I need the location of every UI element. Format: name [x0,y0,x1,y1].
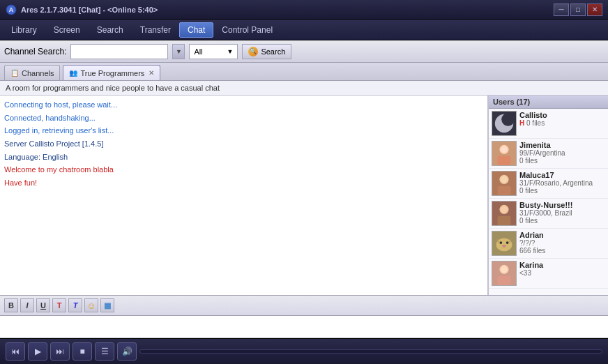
user-detail: 31/F/Rosario, Argentina [519,179,605,187]
avatar [492,111,517,136]
all-dropdown[interactable]: All ▼ [189,44,238,59]
image-button[interactable]: ▦ [100,298,114,312]
menu-transfer[interactable]: Transfer [132,22,179,38]
svg-text:A: A [9,6,14,13]
menu-screen[interactable]: Screen [45,22,89,38]
user-detail: <33 [519,269,605,277]
main-content: Connecting to host, please wait... Conne… [0,96,608,295]
channels-tab-label: Channels [22,69,54,77]
users-header: Users (17) [489,96,608,109]
user-detail: 31/F/3000, Brazil [519,209,605,217]
user-info: Jimenita 99/F/Argentina 0 files [519,141,605,165]
cat-avatar-icon [492,232,516,255]
svg-rect-24 [498,276,511,285]
svg-point-25 [501,266,507,273]
bold-color-button[interactable]: T [68,298,82,312]
menu-library[interactable]: Library [3,22,45,38]
maximize-button[interactable]: □ [570,3,586,16]
channel-search-label: Channel Search: [4,47,66,56]
user-item[interactable]: Callisto H 0 files [489,109,608,139]
user-item[interactable]: Adrian ?/?/? 666 files [489,229,608,259]
users-list[interactable]: Callisto H 0 files Jimenita 99/F/Argen [489,109,608,295]
bottom-bar: ⏮ ▶ ⏭ ■ ☰ 🔊 [0,338,608,363]
user-info: Karina <33 [519,261,605,277]
ares-logo-icon: A [6,4,17,15]
users-count: Users (17) [493,98,530,106]
chat-messages[interactable]: Connecting to host, please wait... Conne… [0,96,487,295]
vol-button[interactable]: 🔊 [117,342,137,361]
close-button[interactable]: ✕ [587,3,602,16]
user-detail: ?/?/? [519,239,605,247]
svg-point-12 [501,176,507,183]
menu-chat[interactable]: Chat [179,22,213,38]
svg-rect-15 [498,216,511,225]
menu-search[interactable]: Search [89,22,132,38]
true-programmers-tab-label: True Programmers [80,69,144,77]
channel-search-dropdown[interactable]: ▼ [172,44,185,59]
italic-button[interactable]: I [20,298,34,312]
chat-message: Connected, handshaking... [4,112,483,125]
user-files: 0 files [519,157,605,165]
title-bar-controls: ─ □ ✕ [554,3,602,16]
user-item[interactable]: Karina <33 [489,259,608,289]
next-button[interactable]: ⏭ [50,342,70,361]
user-detail: H 0 files [519,119,605,127]
chat-message: Logged in, retrieving user's list... [4,124,483,137]
user-name: Busty-Nurse!!! [519,201,605,209]
channels-tab-icon: 📋 [10,69,19,77]
input-toolbar: B I U T T ☺ ▦ [0,295,608,316]
user-avatar-icon [492,142,516,165]
chat-area: Connecting to host, please wait... Conne… [0,96,488,295]
playlist-button[interactable]: ☰ [95,342,114,361]
user-item[interactable]: Maluca17 31/F/Rosario, Argentina 0 files [489,169,608,199]
user-avatar-icon [492,172,516,195]
color-button[interactable]: T [52,298,66,312]
all-arrow: ▼ [227,48,233,55]
svg-rect-11 [498,186,511,195]
user-item[interactable]: Busty-Nurse!!! 31/F/3000, Brazil 0 files [489,199,608,229]
play-button[interactable]: ▶ [28,342,47,361]
minimize-button[interactable]: ─ [554,3,569,16]
search-icon: 🔍 [248,47,258,56]
user-files: 666 files [519,247,605,255]
prev-button[interactable]: ⏮ [6,342,25,361]
svg-rect-7 [498,156,511,165]
tab-close-button[interactable]: ✕ [149,69,154,77]
chat-message: Have fun! [4,176,483,190]
avatar [492,231,517,256]
title-bar: A Ares 2.1.7.3041 [Chat] - <Online 5:40>… [0,0,608,20]
user-name: Callisto [519,111,605,119]
channel-search-input[interactable] [70,44,168,59]
svg-point-20 [506,241,509,244]
user-item[interactable]: Jimenita 99/F/Argentina 0 files [489,139,608,169]
user-name: Maluca17 [519,171,605,179]
user-info: Maluca17 31/F/Rosario, Argentina 0 files [519,171,605,195]
menu-control-panel[interactable]: Control Panel [213,22,281,38]
stop-button[interactable]: ■ [73,342,92,361]
progress-bar [139,349,602,354]
tab-channels[interactable]: 📋 Channels [4,65,60,80]
search-button[interactable]: 🔍 Search [242,44,291,59]
search-label: Search [261,47,285,56]
chat-input-area [0,316,608,338]
underline-button[interactable]: U [36,298,50,312]
room-desc-text: A room for programmers and nice people t… [6,84,220,92]
svg-point-4 [501,113,515,126]
user-name: Jimenita [519,141,605,149]
avatar [492,261,517,286]
moon-avatar-icon [492,112,516,135]
bold-button[interactable]: B [4,298,18,312]
tab-true-programmers[interactable]: 👥 True Programmers ✕ [63,65,160,80]
avatar [492,171,517,196]
toolbar: Channel Search: ▼ All ▼ 🔍 Search [0,40,608,63]
user-name: Adrian [519,231,605,239]
emoji-button[interactable]: ☺ [84,298,98,312]
chat-message: Server Callisto Project [1.4.5] [4,137,483,151]
chat-input[interactable] [0,316,608,338]
user-avatar-icon [492,202,516,225]
avatar [492,141,517,166]
svg-point-16 [501,206,507,213]
room-description: A room for programmers and nice people t… [0,81,608,96]
users-panel: Users (17) Callisto H 0 files [488,96,608,295]
chat-message: Welcome to my chatroom blabla [4,163,483,176]
